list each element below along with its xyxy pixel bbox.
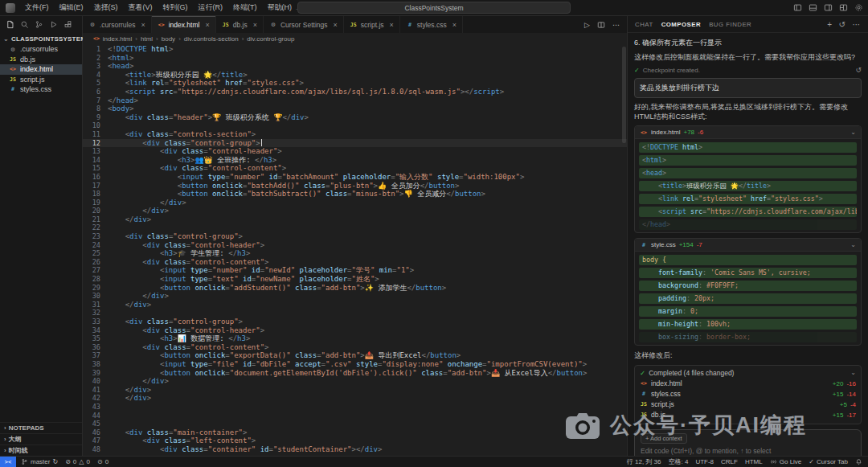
menu-item[interactable]: 查看(V) — [124, 1, 158, 14]
indentation[interactable]: 空格: 4 — [668, 457, 688, 466]
restore-checkpoint-icon[interactable]: ↺ — [855, 66, 862, 74]
breadcrumb-item[interactable]: body — [162, 35, 175, 43]
code-editor[interactable]: 1<!DOCTYPE html>2<html>3<head>4 <title>班… — [83, 44, 627, 456]
explorer-icon[interactable] — [6, 20, 14, 31]
notifications-bell[interactable] — [855, 458, 862, 465]
code-line: 6 <script src="https://cdnjs.cloudflare.… — [83, 88, 627, 96]
checkpoint-label: Checkpoint created. — [643, 67, 700, 74]
line-number: 30 — [83, 292, 100, 301]
code-line: 45 — [83, 420, 627, 428]
html-file-icon: <> — [640, 380, 648, 387]
code-line: 2<html> — [83, 54, 627, 63]
chevron-right-icon: › — [135, 35, 137, 43]
editor-tab[interactable]: #styles.css× — [400, 16, 463, 33]
ports-indicator[interactable]: ⊙0 — [97, 458, 108, 465]
breadcrumb-item[interactable]: html — [141, 35, 153, 43]
more-actions-icon[interactable]: ⋯ — [612, 21, 620, 29]
add-context-chip[interactable]: + Add context — [641, 433, 687, 444]
split-editor-icon[interactable] — [597, 21, 605, 29]
close-icon[interactable]: × — [390, 21, 394, 29]
changed-file-row[interactable]: #styles.css+15-14 — [640, 389, 856, 399]
collapse-chevron-icon[interactable]: ⌄ — [850, 129, 856, 136]
composer-input[interactable]: + Add context Edit code (Ctrl+I), @ to m… — [634, 429, 862, 456]
collapse-chevron-icon[interactable]: ⌄ — [850, 241, 856, 248]
gear-file-icon: ⚙ — [269, 21, 277, 28]
diff-removed-count: -17 — [846, 412, 856, 419]
explorer-root-folder[interactable]: ⌄ CLASSPOINTSSYSTEM — [0, 34, 82, 44]
code-block-header[interactable]: <>index.html+78-6⌄ — [635, 126, 861, 139]
line-number: 6 — [83, 88, 100, 96]
eol-sequence[interactable]: CRLF — [721, 458, 738, 465]
git-branch[interactable]: master↻ — [21, 458, 58, 465]
breadcrumb-item[interactable]: div.controls-section — [184, 35, 239, 43]
code-block-body: body { font-family: 'Comic Sans MS', cur… — [635, 252, 861, 345]
sidebar-section-notepads[interactable]: ›NOTEPADS — [0, 422, 82, 433]
sidebar-section-section[interactable]: ›大纲 — [0, 433, 82, 444]
language-mode[interactable]: HTML — [745, 458, 763, 465]
back-icon[interactable]: ← — [280, 3, 288, 12]
run-debug-icon[interactable] — [49, 20, 58, 31]
editor-tab[interactable]: ⚙Cursor Settings× — [264, 16, 344, 33]
breadcrumb-item[interactable]: index.html — [103, 35, 132, 43]
panel-more-icon[interactable]: ⋯ — [853, 20, 862, 29]
line-number: 16 — [83, 173, 100, 182]
file-tree-item[interactable]: JSdb.js — [0, 55, 82, 65]
source-control-icon[interactable] — [35, 20, 43, 31]
editor-tab[interactable]: JSscript.js× — [344, 16, 400, 33]
completed-files: <>index.html+20-16#styles.css+15-14JSscr… — [640, 379, 856, 420]
encoding[interactable]: UTF-8 — [695, 458, 714, 465]
menu-item[interactable]: 运行(R) — [194, 1, 228, 14]
new-chat-icon[interactable]: + — [827, 20, 832, 29]
completed-header[interactable]: ✓ Completed (4 files changed) ⌄ — [640, 369, 856, 377]
file-tree-item[interactable]: #styles.css — [0, 84, 82, 95]
close-icon[interactable]: × — [452, 21, 457, 29]
menu-item[interactable]: 编辑(E) — [55, 1, 88, 14]
changed-file-row[interactable]: <>index.html+20-16 — [640, 379, 856, 389]
changed-file-row[interactable]: JSdb.js+15-17 — [640, 410, 856, 420]
assistant-message: 好的,我来帮你调整布局,将奖品兑换区域移到排行榜下方。需要修改HTML结构和CS… — [634, 102, 862, 121]
ai-panel-tab[interactable]: COMPOSER — [661, 21, 702, 28]
close-icon[interactable]: × — [253, 21, 257, 29]
editor-tab[interactable]: JSdb.js× — [216, 16, 264, 33]
editor-tab[interactable]: ⚙.cursorrules× — [83, 16, 152, 33]
code-line: 13 <div class="control-header"> — [83, 147, 627, 156]
code-line-text: <input type="file" id="dbFile" accept=".… — [100, 360, 587, 369]
close-icon[interactable]: × — [334, 21, 338, 29]
editor-tab[interactable]: <>index.html× — [152, 16, 216, 33]
file-tree-item[interactable]: <>index.html — [0, 64, 82, 75]
file-tree-item[interactable]: ⚙.cursorrules — [0, 44, 82, 55]
menu-item[interactable]: 终端(T) — [228, 1, 262, 14]
changed-file-row[interactable]: JSscript.js+5-4 — [640, 399, 856, 410]
close-icon[interactable]: × — [141, 21, 145, 29]
toggle-panel-icon[interactable] — [809, 3, 817, 12]
run-preview-icon[interactable]: ▷ — [584, 21, 590, 29]
history-icon[interactable]: ↺ — [839, 20, 846, 29]
ai-panel-tab[interactable]: BUG FINDER — [709, 21, 751, 28]
command-center-search[interactable]: ClassPointsSystem — [297, 2, 571, 14]
extensions-icon[interactable] — [63, 20, 72, 31]
customize-layout-icon[interactable] — [839, 3, 848, 12]
code-line: 10 — [83, 121, 627, 130]
code-line-text: </div> — [100, 386, 151, 395]
toggle-sidebar-icon[interactable] — [793, 3, 802, 12]
file-tree-item[interactable]: JSscript.js — [0, 75, 82, 85]
code-block-header[interactable]: #style.css+154-7⌄ — [635, 239, 861, 252]
breadcrumb-item[interactable]: div.control-group — [247, 35, 294, 43]
go-live[interactable]: Go Live — [770, 458, 802, 465]
settings-gear-icon[interactable] — [854, 3, 863, 12]
line-number: 10 — [83, 121, 100, 130]
close-icon[interactable]: × — [205, 21, 209, 29]
menu-item[interactable]: 选择(S) — [89, 1, 123, 14]
code-line-text: <div class="control-header"> — [100, 326, 264, 335]
search-icon[interactable] — [20, 20, 29, 31]
remote-indicator[interactable]: >< — [0, 457, 16, 467]
cursor-position[interactable]: 行 12, 列 36 — [627, 457, 661, 466]
sidebar-section-section[interactable]: ›时间线 — [0, 444, 82, 456]
menu-item[interactable]: 转到(G) — [158, 1, 193, 14]
problems-indicator[interactable]: ⊘0 △0 — [65, 458, 90, 465]
menu-item[interactable]: 文件(F) — [20, 1, 54, 14]
cursor-tab-toggle[interactable]: ✓Cursor Tab — [809, 458, 848, 465]
ai-panel-tab[interactable]: CHAT — [635, 21, 653, 28]
editor-scrollbar[interactable] — [622, 47, 626, 143]
toggle-secondary-sidebar-icon[interactable] — [824, 3, 833, 12]
